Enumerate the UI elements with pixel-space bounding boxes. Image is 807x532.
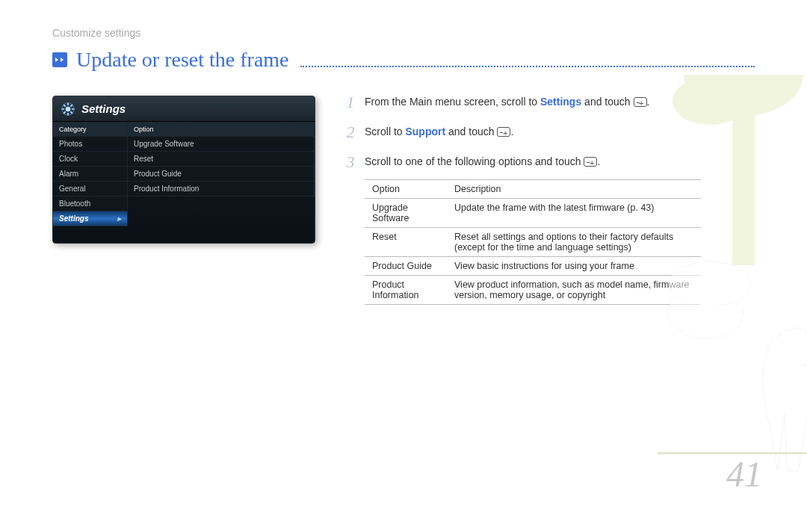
desc-cell: Update the frame with the latest firmwar… xyxy=(447,199,701,228)
chevron-right-icon: ▸ xyxy=(117,214,121,223)
step-1: 1 From the Main menu screen, scroll to S… xyxy=(344,94,687,111)
opt-cell: Product Guide xyxy=(365,257,447,276)
title-chevrons-icon xyxy=(52,52,67,67)
gear-icon xyxy=(61,102,75,117)
settings-body: Category Photos Clock Alarm General Blue… xyxy=(53,122,315,226)
th-option: Option xyxy=(365,180,447,199)
step-1-text: From the Main menu screen, scroll to Set… xyxy=(365,94,687,110)
settings-screen-title: Settings xyxy=(81,102,126,115)
step-3-text-b: . xyxy=(597,155,600,167)
settings-screen: Settings Category Photos Clock Alarm Gen… xyxy=(52,96,315,244)
step-2-text-c: . xyxy=(510,126,513,137)
settings-cat-photos[interactable]: Photos xyxy=(53,137,128,152)
step-2-text: Scroll to Support and touch . xyxy=(365,124,687,140)
steps: 1 From the Main menu screen, scroll to S… xyxy=(344,94,687,305)
desc-cell: View basic instructions for using your f… xyxy=(447,257,701,276)
svg-rect-10 xyxy=(732,86,755,265)
step-1-highlight: Settings xyxy=(540,96,581,108)
table-header-row: Option Description xyxy=(365,180,701,199)
table-row: Reset Reset all settings and options to … xyxy=(365,228,701,257)
settings-cat-clock[interactable]: Clock xyxy=(53,152,128,167)
settings-right-header: Option xyxy=(128,122,315,137)
breadcrumb: Customize settings xyxy=(52,27,140,39)
settings-cat-settings[interactable]: Settings ▸ xyxy=(53,211,128,226)
step-2: 2 Scroll to Support and touch . xyxy=(344,124,687,140)
settings-opt-info[interactable]: Product Information xyxy=(128,182,315,197)
enter-icon xyxy=(634,97,647,107)
settings-opt-guide[interactable]: Product Guide xyxy=(128,167,315,182)
enter-icon xyxy=(497,127,510,137)
step-3-number: 3 xyxy=(344,154,357,170)
step-3-text: Scroll to one of the following options a… xyxy=(365,154,687,170)
table-row: Upgrade Software Update the frame with t… xyxy=(365,199,701,228)
step-3-text-a: Scroll to one of the following options a… xyxy=(365,155,584,167)
settings-cat-alarm[interactable]: Alarm xyxy=(53,167,128,182)
step-2-number: 2 xyxy=(344,124,357,140)
th-description: Description xyxy=(447,180,701,199)
settings-right-col: Option Upgrade Software Reset Product Gu… xyxy=(128,122,315,226)
settings-cat-general[interactable]: General xyxy=(53,182,128,197)
opt-cell: Reset xyxy=(365,228,447,257)
step-2-text-b: and touch xyxy=(445,126,497,137)
step-2-highlight: Support xyxy=(405,126,445,137)
step-1-number: 1 xyxy=(344,94,357,111)
opt-cell: Upgrade Software xyxy=(365,199,447,228)
step-1-text-b: and touch xyxy=(581,96,633,108)
settings-cat-settings-label: Settings xyxy=(59,214,88,223)
opt-cell: Product Information xyxy=(365,276,447,305)
options-table: Option Description Upgrade Software Upda… xyxy=(365,179,701,305)
settings-left-col: Category Photos Clock Alarm General Blue… xyxy=(53,122,128,226)
svg-point-1 xyxy=(66,106,71,111)
table-row: Product Guide View basic instructions fo… xyxy=(365,257,701,276)
desc-cell: Reset all settings and options to their … xyxy=(447,228,701,257)
table-row: Product Information View product informa… xyxy=(365,276,701,305)
step-1-text-a: From the Main menu screen, scroll to xyxy=(365,96,540,108)
settings-opt-upgrade[interactable]: Upgrade Software xyxy=(128,137,315,152)
step-1-text-c: . xyxy=(647,96,650,108)
desc-cell: View product information, such as model … xyxy=(447,276,701,305)
settings-left-header: Category xyxy=(53,122,128,137)
title-divider xyxy=(300,66,755,67)
settings-titlebar: Settings xyxy=(53,96,315,122)
enter-icon xyxy=(584,157,597,167)
page-title: Update or reset the frame xyxy=(76,48,289,72)
settings-opt-reset[interactable]: Reset xyxy=(128,152,315,167)
page-title-row: Update or reset the frame xyxy=(52,48,755,72)
step-2-text-a: Scroll to xyxy=(365,126,405,137)
page-number: 41 xyxy=(726,454,762,495)
step-3: 3 Scroll to one of the following options… xyxy=(344,154,687,170)
settings-cat-bluetooth[interactable]: Bluetooth xyxy=(53,197,128,211)
svg-point-11 xyxy=(684,75,803,116)
